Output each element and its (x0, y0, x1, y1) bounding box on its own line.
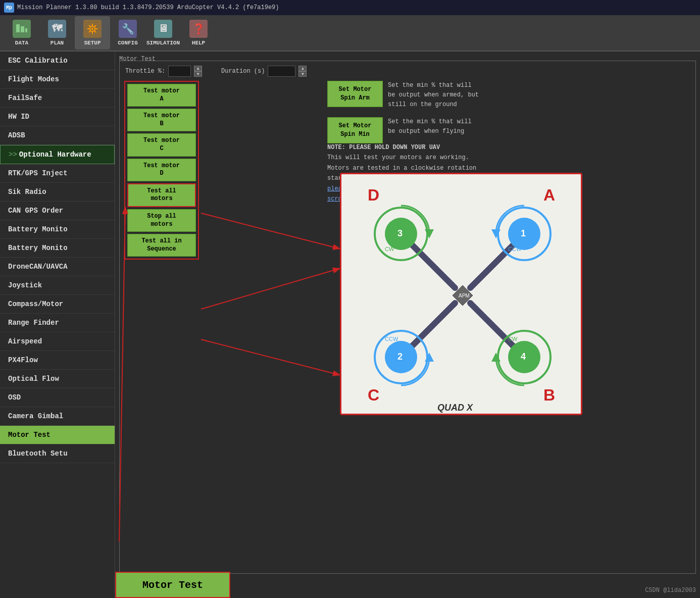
toolbar-config[interactable]: 🔧 CONFIG (110, 16, 145, 49)
svg-line-22 (470, 303, 514, 347)
sidebar-item-camera[interactable]: Camera Gimbal (0, 407, 115, 426)
svg-text:CCW: CCW (385, 336, 398, 342)
duration-down-arrow[interactable]: ▼ (298, 71, 307, 77)
test-motor-a-button[interactable]: Test motorA (127, 84, 196, 107)
test-motor-c-button[interactable]: Test motorC (127, 133, 196, 156)
svg-text:4: 4 (521, 352, 526, 362)
svg-point-4 (91, 28, 93, 30)
duration-input[interactable] (268, 66, 295, 77)
setup-icon (83, 20, 102, 38)
sidebar-item-airspeed[interactable]: Airspeed (0, 332, 115, 351)
sidebar-item-cangps[interactable]: CAN GPS Order (0, 202, 115, 220)
toolbar-setup-label: SETUP (84, 40, 101, 46)
test-motor-d-button[interactable]: Test motorD (127, 159, 196, 181)
svg-text:APM: APM (459, 293, 470, 298)
duration-up-arrow[interactable]: ▲ (298, 66, 307, 71)
sidebar-item-motortest[interactable]: Motor Test (0, 426, 115, 444)
spin-arm-description: Set the min % that willbe output when ar… (388, 81, 479, 110)
content-area: Motor Test Throttle %: ▲ ▼ Duration (s) … (115, 52, 700, 598)
svg-line-21 (411, 303, 455, 347)
sidebar-item-compass[interactable]: Compass/Motor (0, 295, 115, 314)
sidebar-item-bluetooth[interactable]: Bluetooth Setu (0, 444, 115, 463)
toolbar-simulation[interactable]: 🖥 SIMULATION (145, 16, 181, 49)
toolbar-help[interactable]: ❓ HELP (181, 16, 216, 49)
svg-text:B: B (543, 386, 555, 404)
throttle-down-arrow[interactable]: ▼ (194, 71, 202, 77)
toolbar-data-label: DATA (15, 40, 28, 46)
data-icon (13, 20, 31, 38)
sidebar-item-hwid[interactable]: HW ID (0, 108, 115, 126)
sidebar-item-sik[interactable]: Sik Radio (0, 183, 115, 202)
svg-line-19 (411, 244, 455, 288)
sidebar-item-flightmodes[interactable]: Flight Modes (0, 70, 115, 89)
throttle-row: Throttle %: ▲ ▼ (125, 66, 202, 77)
note-line-2: Motors are tested in a clockwise rotatio… (327, 163, 487, 173)
app-logo: Mp (4, 3, 14, 13)
sidebar-label: HW ID (8, 113, 29, 121)
note-line-1: This will test your motors are working. (327, 153, 487, 163)
sidebar-label: Sik Radio (8, 188, 46, 196)
motor-test-tab-label: Motor Test (142, 579, 203, 591)
help-icon: ❓ (189, 20, 208, 38)
svg-text:3: 3 (397, 228, 403, 238)
toolbar-setup[interactable]: SETUP (75, 16, 110, 49)
sidebar-label: CAN GPS Order (8, 207, 63, 215)
sidebar-label: Optical Flow (8, 375, 59, 383)
app-title: Mission Planner 1.3.80 build 1.3.8479.20… (17, 4, 279, 11)
sidebar-item-rtk[interactable]: RTK/GPS Inject (0, 164, 115, 183)
test-motor-b-button[interactable]: Test motorB (127, 109, 196, 131)
throttle-spinner: ▲ ▼ (194, 66, 202, 77)
svg-line-12 (89, 31, 90, 32)
sidebar-item-failsafe[interactable]: FailSafe (0, 89, 115, 108)
test-all-sequence-button[interactable]: Test all inSequence (127, 234, 196, 257)
sidebar-label: DroneCAN/UAVCA (8, 263, 68, 271)
test-all-motors-button[interactable]: Test allmotors (127, 183, 196, 207)
sidebar-label: FailSafe (8, 94, 42, 102)
svg-text:CW: CW (385, 246, 394, 252)
sidebar-arrow: >> (9, 151, 17, 159)
main-area: ESC Calibratio Flight Modes FailSafe HW … (0, 52, 700, 598)
sidebar-item-opticalflow[interactable]: Optical Flow (0, 370, 115, 388)
set-spin-arm-button[interactable]: Set MotorSpin Arm (327, 81, 383, 107)
sidebar-label: ADSB (8, 131, 25, 139)
sidebar-label: Joystick (8, 281, 42, 289)
sidebar: ESC Calibratio Flight Modes FailSafe HW … (0, 52, 115, 598)
spin-arm-row: Set MotorSpin Arm Set the min % that wil… (327, 81, 479, 110)
toolbar: DATA 🗺 PLAN SETUP 🔧 CONFIG 🖥 SI (0, 15, 700, 52)
sidebar-label: Camera Gimbal (8, 412, 63, 420)
sidebar-item-esc[interactable]: ESC Calibratio (0, 52, 115, 70)
panel-title-label: Motor Test (119, 56, 156, 63)
sidebar-label: Motor Test (8, 431, 51, 439)
sidebar-item-adsb[interactable]: ADSB (0, 126, 115, 145)
sidebar-item-dronecan[interactable]: DroneCAN/UAVCA (0, 258, 115, 276)
toolbar-config-label: CONFIG (118, 40, 138, 46)
duration-row: Duration (s) ▲ ▼ (221, 66, 307, 77)
toolbar-plan[interactable]: 🗺 PLAN (39, 16, 75, 49)
sidebar-item-osd[interactable]: OSD (0, 388, 115, 407)
sidebar-label: Flight Modes (8, 75, 59, 83)
quad-diagram-container: D A C B APM 3 CW (340, 173, 582, 415)
svg-text:D: D (368, 186, 379, 204)
sidebar-item-battery2[interactable]: Battery Monito (0, 239, 115, 258)
sidebar-item-joystick[interactable]: Joystick (0, 276, 115, 295)
sidebar-item-px4flow[interactable]: PX4Flow (0, 351, 115, 370)
sidebar-item-battery1[interactable]: Battery Monito (0, 220, 115, 239)
spin-min-description: Set the min % that willbe output when fl… (388, 117, 472, 136)
throttle-input[interactable] (168, 66, 191, 77)
sidebar-item-rangefinder[interactable]: Range Finder (0, 314, 115, 332)
motor-buttons-panel: Test motorA Test motorB Test motorC Test… (124, 81, 199, 260)
sidebar-label: Optional Hardware (19, 151, 91, 159)
set-spin-min-button[interactable]: Set MotorSpin Min (327, 117, 383, 143)
motor-test-tab[interactable]: Motor Test (115, 572, 230, 598)
throttle-label: Throttle %: (125, 68, 165, 75)
throttle-up-arrow[interactable]: ▲ (194, 66, 202, 71)
toolbar-data[interactable]: DATA (4, 16, 39, 49)
svg-rect-1 (21, 26, 24, 32)
duration-label: Duration (s) (221, 68, 265, 75)
sidebar-label: Compass/Motor (8, 300, 63, 308)
title-bar: Mp Mission Planner 1.3.80 build 1.3.8479… (0, 0, 700, 15)
svg-text:2: 2 (397, 352, 403, 362)
sidebar-section-optional[interactable]: >> Optional Hardware (0, 145, 115, 164)
toolbar-sim-label: SIMULATION (146, 40, 180, 46)
stop-all-motors-button[interactable]: Stop allmotors (127, 209, 196, 232)
